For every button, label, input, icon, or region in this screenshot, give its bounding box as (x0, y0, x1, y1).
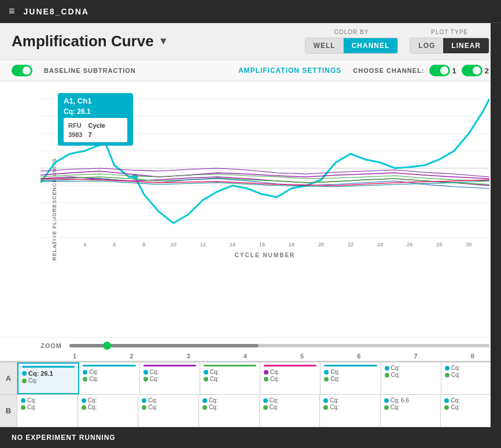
plate-cell-a6[interactable]: Cq: Cq: (321, 362, 381, 394)
cq1-label-b1: Cq: (27, 397, 36, 403)
col-num-3: 3 (160, 353, 217, 360)
dot-cyan-a2 (83, 370, 87, 375)
channel-1-switch[interactable] (429, 65, 450, 76)
dot-green-a7 (385, 373, 389, 377)
cq1-label-a1: Cq: (28, 370, 39, 377)
dot-green-b3 (142, 405, 146, 410)
color-by-toggle: WELL CHANNEL (305, 38, 399, 54)
plot-type-log-button[interactable]: LOG (410, 38, 443, 53)
cq2-label-a4: Cq: (210, 376, 219, 382)
svg-text:28: 28 (436, 242, 442, 247)
cell-cq2-b6: Cq: (323, 404, 377, 410)
plot-type-linear-button[interactable]: LINEAR (443, 38, 489, 53)
channel-1-number: 1 (452, 66, 457, 75)
zoom-fill (69, 344, 259, 347)
plate-cell-b5[interactable]: Cq: Cq: (260, 395, 321, 427)
cell-cq2-a6: Cq: (324, 376, 377, 382)
top-bar-controls: COLOR BY WELL CHANNEL PLOT TYPE LOG LINE… (305, 29, 489, 54)
dot-purple-a5 (264, 370, 268, 375)
row-label-b: B (0, 395, 17, 427)
color-by-group: COLOR BY WELL CHANNEL (305, 29, 399, 54)
channel-2-toggle[interactable]: 2 (462, 65, 489, 76)
plate-cell-a5[interactable]: Cq: Cq: (260, 362, 321, 394)
cq2-label-a8: Cq: (451, 372, 461, 378)
dot-green-a6 (324, 377, 329, 382)
zoom-bar: ZOOM (0, 337, 501, 351)
zoom-slider[interactable] (69, 344, 489, 347)
plate-cell-a2[interactable]: Cq: Cq: (79, 362, 139, 394)
plate-cell-a4[interactable]: Cq: Cq: (200, 362, 260, 394)
channel-1-toggle[interactable]: 1 (429, 65, 457, 76)
top-bar: Amplification Curve ▼ COLOR BY WELL CHAN… (0, 23, 501, 60)
svg-text:4: 4 (83, 242, 86, 247)
color-by-channel-button[interactable]: CHANNEL (344, 38, 398, 53)
cell-cq1-a2: Cq: (83, 369, 135, 375)
cell-cq2-a1: Cq: (22, 377, 75, 384)
dot-green-b1 (21, 405, 25, 410)
plate-cell-b7[interactable]: Cq: 6.6 Cq: (381, 395, 441, 427)
channel-2-switch[interactable] (462, 65, 482, 76)
color-by-label: COLOR BY (334, 29, 369, 35)
menu-icon[interactable]: ≡ (9, 5, 15, 17)
column-numbers-row: 1 2 3 4 5 6 7 8 (0, 351, 501, 361)
svg-text:10: 10 (171, 242, 176, 247)
app-header: ≡ JUNE8_CDNA (0, 0, 501, 23)
cq1-label-a2: Cq: (89, 369, 98, 375)
cell-cq1-b6: Cq: (323, 397, 377, 403)
cq2-label-b6: Cq: (330, 404, 339, 410)
dot-cyan-a3 (143, 370, 148, 375)
col-num-1: 1 (46, 353, 103, 360)
dot-green-b2 (82, 405, 86, 410)
cq2-label-b5: Cq: (270, 404, 279, 410)
col-num-5: 5 (274, 353, 330, 360)
amplification-settings-link[interactable]: AMPLIFICATION SETTINGS (238, 66, 341, 75)
cq1-label-b2: Cq: (88, 397, 97, 403)
right-sidebar-edge (491, 23, 501, 448)
status-text: NO EXPERIMENT RUNNING (12, 434, 116, 442)
cell-cq1-a1: Cq: 26.1 (22, 370, 75, 377)
dot-cyan-b1 (21, 398, 25, 403)
cq1-label-a4: Cq: (210, 369, 219, 375)
app-title: JUNE8_CDNA (24, 7, 89, 16)
baseline-label: BASELINE SUBTRACTION (44, 67, 136, 74)
plate-cell-a7[interactable]: Cq: Cq: (381, 362, 441, 394)
plate-cell-b1[interactable]: Cq: Cq: (17, 395, 78, 427)
dot-green-a4 (204, 377, 208, 382)
baseline-toggle[interactable] (12, 65, 32, 76)
title-dropdown-arrow[interactable]: ▼ (159, 35, 169, 47)
plot-type-group: PLOT TYPE LOG LINEAR (410, 29, 489, 54)
tooltip-table: RFU Cycle 3983 7 (64, 118, 127, 142)
plate-cell-a1[interactable]: Cq: 26.1 Cq: (17, 362, 79, 394)
plate-cell-b3[interactable]: Cq: Cq: (138, 395, 199, 427)
cell-line-a3 (143, 365, 196, 366)
dot-green-b6 (323, 405, 328, 410)
dot-cyan-b6 (323, 398, 328, 403)
chart-area: RELATIVE FLUORESCENCE UNITS A1, Ch1 Cq: … (0, 82, 501, 351)
cell-cq2-b4: Cq: (202, 404, 256, 410)
plate-cell-b4[interactable]: Cq: Cq: (199, 395, 260, 427)
cell-line-a4 (204, 365, 256, 366)
cell-cq1-a8: Cq: (445, 365, 498, 371)
zoom-thumb[interactable] (103, 342, 111, 350)
channel-2-number: 2 (485, 66, 489, 75)
dot-cyan-b2 (82, 398, 86, 403)
cell-cq2-b2: Cq: (82, 404, 135, 410)
chart-tooltip: A1, Ch1 Cq: 26.1 RFU Cycle 3983 7 (58, 93, 133, 146)
plot-type-toggle: LOG LINEAR (410, 38, 489, 54)
cq1-label-b7: Cq: 6.6 (391, 397, 409, 403)
choose-channel-label: CHOOSE CHANNEL: (353, 67, 424, 74)
cq2-label-a1: Cq: (28, 377, 38, 384)
cell-cq2-a5: Cq: (264, 376, 316, 382)
plate-cell-b2[interactable]: Cq: Cq: (78, 395, 139, 427)
dot-green-b4 (202, 405, 207, 410)
cq2-label-b2: Cq: (88, 404, 97, 410)
plate-cell-b6[interactable]: Cq: Cq: (320, 395, 381, 427)
settings-bar: BASELINE SUBTRACTION AMPLIFICATION SETTI… (0, 60, 501, 82)
plate-cell-a3[interactable]: Cq: Cq: (140, 362, 200, 394)
cell-cq1-b7: Cq: 6.6 (384, 397, 437, 403)
cq2-label-b8: Cq: (451, 404, 460, 410)
cell-cq2-b3: Cq: (142, 404, 195, 410)
cell-cq1-b2: Cq: (82, 397, 135, 403)
cell-cq1-b4: Cq: (202, 397, 256, 403)
color-by-well-button[interactable]: WELL (305, 38, 344, 53)
